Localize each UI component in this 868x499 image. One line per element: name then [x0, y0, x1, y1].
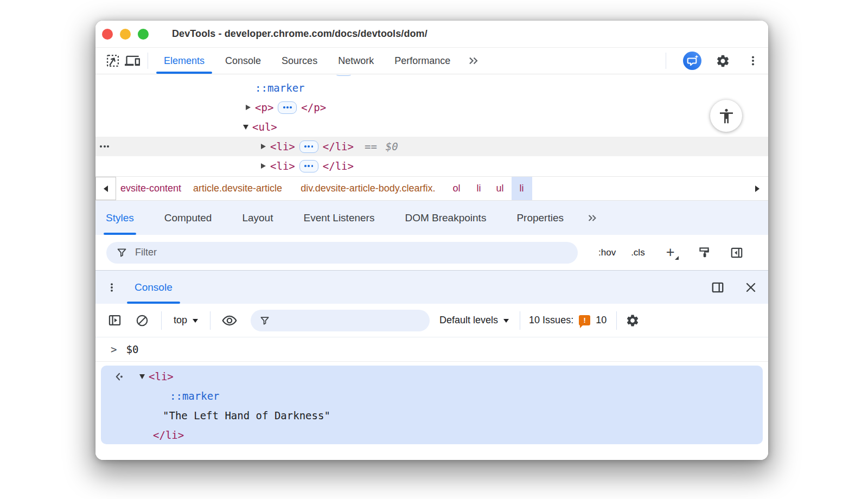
console-filter-field[interactable] — [251, 310, 430, 331]
console-messages: > $0 <li> ::marker — [95, 337, 768, 460]
dollar-zero-annotation: $0 — [386, 140, 398, 152]
expand-ellipsis-icon[interactable] — [299, 140, 318, 153]
issues-counter[interactable]: 10 Issues: ! 10 — [529, 315, 607, 326]
expand-arrow-icon[interactable] — [261, 163, 266, 169]
result-li-open-tag: <li> — [149, 370, 174, 382]
expand-arrow-icon[interactable] — [261, 144, 266, 149]
marker-pseudo-element: ::marker — [255, 82, 305, 94]
new-style-rule-button[interactable]: + — [662, 245, 679, 261]
tree-row-li[interactable]: <li> </li> — [95, 156, 768, 176]
close-window-button[interactable] — [102, 29, 113, 40]
expand-ellipsis-icon[interactable] — [278, 101, 297, 114]
issues-count: 10 — [596, 315, 607, 326]
styles-filter-bar: :hov .cls + — [95, 235, 768, 271]
styles-filter-field[interactable] — [106, 242, 578, 264]
close-drawer-icon[interactable] — [744, 281, 757, 294]
kebab-menu-icon[interactable] — [743, 51, 763, 71]
message-divider — [95, 361, 768, 362]
breadcrumb-item-li[interactable]: li — [477, 183, 481, 194]
tree-row-marker[interactable]: ::marker — [95, 78, 768, 98]
toggle-element-state-button[interactable]: :hov — [598, 247, 616, 258]
row-overflow-dots-icon[interactable] — [100, 145, 109, 148]
breadcrumb-item-article[interactable]: article.devsite-article — [193, 183, 282, 194]
rendering-brush-icon[interactable] — [697, 246, 711, 260]
toolbar-divider — [666, 53, 666, 69]
expand-ellipsis-icon — [334, 75, 353, 76]
dropdown-caret-icon — [193, 319, 198, 323]
issue-exclamation-icon: ! — [579, 315, 590, 325]
dock-panel-icon[interactable] — [711, 280, 725, 295]
tab-layout[interactable]: Layout — [242, 201, 273, 235]
minimize-window-button[interactable] — [120, 29, 131, 40]
tab-sources[interactable]: Sources — [282, 48, 317, 74]
p-close-tag: </p> — [301, 101, 326, 113]
collapse-arrow-icon[interactable] — [243, 125, 248, 130]
tab-event-listeners[interactable]: Event Listeners — [303, 201, 374, 235]
console-filter-input[interactable] — [270, 316, 411, 324]
kebab-menu-icon[interactable] — [106, 282, 117, 293]
context-label: top — [174, 315, 187, 326]
accessibility-person-icon[interactable] — [710, 100, 742, 132]
device-toolbar-icon[interactable] — [123, 51, 142, 71]
element-classes-button[interactable]: .cls — [631, 247, 645, 258]
breadcrumb-item-devsite-content[interactable]: evsite-content — [120, 183, 181, 194]
tab-console[interactable]: Console — [225, 48, 261, 74]
console-result-highlighted[interactable]: <li> ::marker "The Left Hand of Darkness… — [101, 366, 763, 444]
returned-value-icon — [114, 372, 124, 382]
tree-row-li-selected[interactable]: <li> </li> == $0 — [95, 137, 768, 156]
drawer-tab-console[interactable]: Console — [135, 271, 173, 304]
console-toolbar: top Default levels — [95, 304, 768, 337]
tab-styles[interactable]: Styles — [106, 201, 134, 235]
live-expression-eye-icon[interactable] — [221, 312, 238, 329]
window-title: DevTools - developer.chrome.com/docs/dev… — [172, 28, 427, 40]
breadcrumb-item-li-selected[interactable]: li — [512, 177, 532, 200]
filter-funnel-icon — [259, 315, 270, 326]
breadcrumb-item-ul[interactable]: ul — [496, 183, 504, 194]
toolbar-divider — [148, 53, 148, 69]
expand-ellipsis-icon[interactable] — [299, 160, 318, 172]
breadcrumb-scroll-right-button chevron-right-icon[interactable] — [755, 185, 760, 192]
breadcrumb: evsite-content article.devsite-article d… — [95, 176, 768, 201]
console-settings-gear-icon[interactable] — [626, 314, 640, 328]
execution-context-selector[interactable]: top — [174, 315, 198, 326]
tab-elements[interactable]: Elements — [164, 48, 205, 74]
styles-tab-strip: Styles Computed Layout Event Listeners D… — [95, 201, 768, 235]
breadcrumb-item-div[interactable]: div.devsite-article-body.clearfix. — [301, 183, 435, 194]
breadcrumb-item-ol[interactable]: ol — [453, 183, 461, 194]
li-open-tag: <li> — [270, 140, 295, 152]
devtools-window: DevTools - developer.chrome.com/docs/dev… — [95, 21, 768, 460]
result-li-close-tag: </li> — [153, 429, 184, 441]
tab-dom-breakpoints[interactable]: DOM Breakpoints — [405, 201, 486, 235]
collapse-arrow-icon[interactable] — [139, 374, 145, 379]
issues-label: 10 Issues: — [529, 315, 573, 326]
tab-network[interactable]: Network — [338, 48, 374, 74]
tree-row-ul[interactable]: <ul> — [95, 117, 768, 137]
inspect-element-icon[interactable] — [103, 51, 123, 71]
console-command-echo[interactable]: > $0 — [95, 337, 768, 361]
tab-computed[interactable]: Computed — [164, 201, 212, 235]
p-open-tag: <p> — [255, 101, 273, 113]
result-marker-pseudo: ::marker — [170, 390, 220, 402]
equals-annotation: == — [365, 140, 377, 152]
breadcrumb-scroll-left-button[interactable] — [95, 177, 116, 200]
styles-filter-input[interactable] — [135, 247, 458, 258]
ul-open-tag: <ul> — [252, 121, 277, 133]
ai-assistance-icon[interactable] — [682, 51, 702, 71]
title-bar: DevTools - developer.chrome.com/docs/dev… — [95, 21, 768, 48]
log-levels-selector[interactable]: Default levels — [439, 315, 509, 326]
dom-tree: </li> ::marker <p> </p> <ul> <li> — [95, 75, 768, 176]
li-close-tag: </li> — [323, 160, 354, 172]
toggle-sidebar-icon[interactable] — [730, 246, 744, 260]
tab-performance[interactable]: Performance — [394, 48, 450, 74]
clear-console-icon[interactable] — [135, 314, 149, 328]
console-sidebar-icon[interactable] — [107, 313, 122, 328]
tree-row-p[interactable]: <p> </p> — [95, 98, 768, 117]
more-tabs-icon[interactable] — [586, 212, 598, 224]
zoom-window-button[interactable] — [138, 29, 149, 40]
expand-arrow-icon[interactable] — [246, 105, 251, 110]
more-tabs-icon[interactable] — [467, 54, 480, 67]
devtools-toolbar: Elements Console Sources Network Perform… — [95, 48, 768, 74]
settings-gear-icon[interactable] — [713, 51, 732, 71]
li-close-tag: </li> — [323, 140, 354, 152]
tab-properties[interactable]: Properties — [516, 201, 564, 235]
